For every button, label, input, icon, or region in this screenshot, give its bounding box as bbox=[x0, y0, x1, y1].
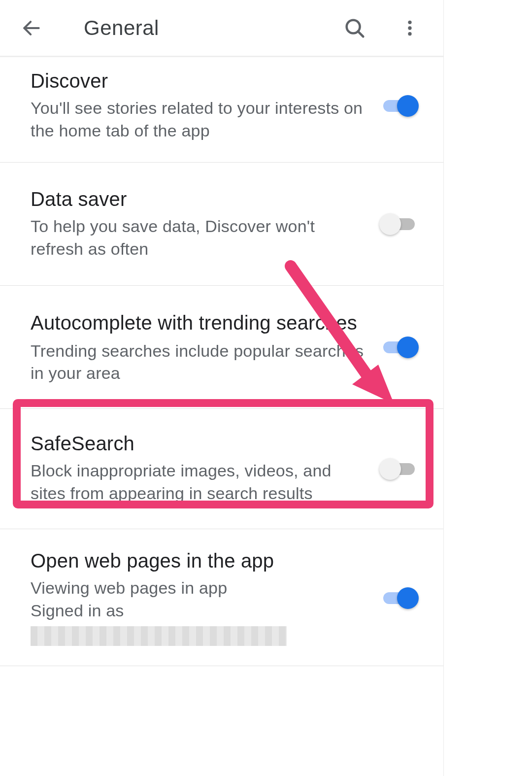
back-button[interactable] bbox=[17, 13, 46, 43]
more-vert-icon bbox=[400, 18, 420, 38]
toggle-thumb bbox=[397, 587, 419, 609]
setting-subtitle: To help you save data, Discover won't re… bbox=[31, 215, 369, 261]
setting-autocomplete-trending[interactable]: Autocomplete with trending searches Tren… bbox=[0, 286, 443, 409]
toggle-discover[interactable] bbox=[379, 94, 419, 118]
setting-subtitle: Trending searches include popular search… bbox=[31, 340, 369, 385]
toggle-thumb bbox=[379, 458, 401, 480]
setting-title: Autocomplete with trending searches bbox=[31, 310, 369, 335]
toggle-thumb bbox=[397, 95, 419, 117]
app-bar: General bbox=[0, 0, 443, 57]
setting-title: SafeSearch bbox=[31, 433, 369, 455]
setting-texts: Data saver To help you save data, Discov… bbox=[31, 188, 369, 261]
arrow-back-icon bbox=[21, 17, 42, 39]
settings-screen: General Discover You'll see stories rela… bbox=[0, 0, 443, 776]
toggle-thumb bbox=[379, 213, 401, 235]
settings-list: Discover You'll see stories related to y… bbox=[0, 57, 443, 666]
svg-point-5 bbox=[408, 32, 411, 35]
setting-subtitle-line1: Viewing web pages in app bbox=[31, 577, 369, 600]
setting-discover[interactable]: Discover You'll see stories related to y… bbox=[0, 57, 443, 163]
toggle-data-saver[interactable] bbox=[379, 212, 419, 236]
toggle-autocomplete-trending[interactable] bbox=[379, 336, 419, 359]
search-icon bbox=[343, 17, 366, 39]
toggle-safesearch[interactable] bbox=[379, 457, 419, 481]
setting-title: Data saver bbox=[31, 188, 369, 210]
svg-point-3 bbox=[408, 20, 411, 24]
setting-texts: Autocomplete with trending searches Tren… bbox=[31, 310, 369, 385]
setting-safesearch[interactable]: SafeSearch Block inappropriate images, v… bbox=[0, 409, 443, 529]
page-title: General bbox=[84, 16, 341, 40]
redacted-account bbox=[31, 626, 287, 646]
toggle-thumb bbox=[397, 337, 419, 358]
setting-data-saver[interactable]: Data saver To help you save data, Discov… bbox=[0, 163, 443, 286]
setting-subtitle: You'll see stories related to your inter… bbox=[31, 97, 369, 142]
setting-title: Open web pages in the app bbox=[31, 550, 369, 572]
setting-open-in-app[interactable]: Open web pages in the app Viewing web pa… bbox=[0, 529, 443, 666]
setting-title: Discover bbox=[31, 70, 369, 92]
setting-texts: SafeSearch Block inappropriate images, v… bbox=[31, 433, 369, 505]
svg-line-2 bbox=[358, 31, 364, 36]
setting-texts: Discover You'll see stories related to y… bbox=[31, 70, 369, 142]
overflow-menu-button[interactable] bbox=[396, 14, 424, 42]
svg-point-4 bbox=[408, 26, 411, 30]
search-button[interactable] bbox=[341, 14, 368, 42]
header-actions bbox=[341, 14, 429, 42]
setting-subtitle: Block inappropriate images, videos, and … bbox=[31, 460, 369, 505]
toggle-open-in-app[interactable] bbox=[379, 586, 419, 610]
setting-subtitle-line2: Signed in as bbox=[31, 600, 369, 622]
setting-texts: Open web pages in the app Viewing web pa… bbox=[31, 550, 369, 646]
